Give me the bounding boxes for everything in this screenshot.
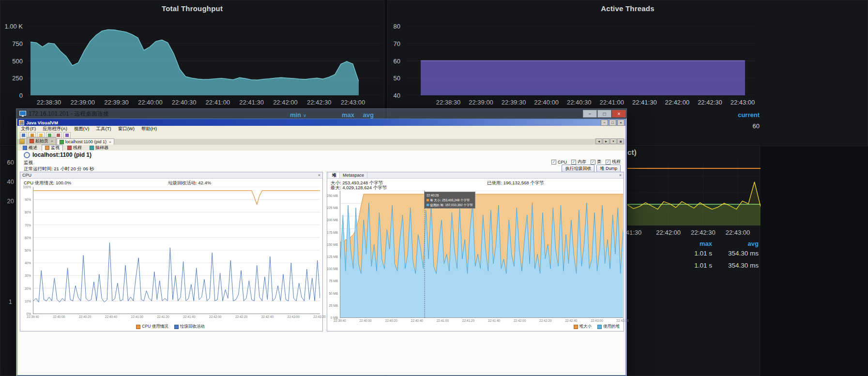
x-axis: 22:38:3022:39:0022:39:3022:40:0022:40:30…	[448, 99, 743, 106]
menu-item[interactable]: 帮助(H)	[138, 126, 160, 132]
visualvm-titlebar[interactable]: Java VisualVM − □ ×	[17, 119, 625, 126]
menu-item[interactable]: 视图(V)	[71, 126, 93, 132]
cpu-line-chart[interactable]	[33, 187, 320, 314]
menu-item[interactable]: 文件(F)	[17, 126, 39, 132]
y-tick-label: 80%	[25, 211, 31, 214]
y-tick: 20	[3, 197, 14, 205]
x-tick-label: 22:43:00	[731, 99, 755, 106]
latency-line-chart[interactable]	[627, 160, 761, 226]
tooltip-used-row: 使用的 堆: 157,010,392 个字节	[426, 203, 473, 208]
subtab-icon	[67, 146, 72, 150]
x-axis: 22:38:3022:39:0022:39:3022:40:0022:40:30…	[49, 99, 353, 106]
x-tick-label: 22:41:00	[437, 319, 449, 322]
rdp-titlebar[interactable]: 172.16.101.201 - 远程桌面连接 − □ ×	[16, 109, 626, 119]
y-tick: 40	[3, 178, 14, 185]
scroll-left-icon[interactable]: ◀	[595, 138, 602, 144]
x-axis: 22:39:4022:40:0022:40:2022:40:4022:41:00…	[340, 319, 623, 324]
close-icon[interactable]: ×	[318, 173, 320, 178]
x-tick-label: 22:40:20	[79, 315, 91, 318]
close-button[interactable]: ×	[617, 120, 624, 126]
scroll-right-icon[interactable]: ▶	[603, 138, 609, 144]
tab-close-icon[interactable]: ×	[51, 139, 53, 143]
legend-avg-header[interactable]: avg	[722, 240, 759, 247]
open-file-icon	[39, 134, 43, 137]
heap-panel-tab[interactable]: 堆	[329, 172, 340, 178]
maximize-button[interactable]: □	[609, 120, 616, 126]
threads-area-chart[interactable]	[421, 26, 745, 95]
heap-chart-panel: 堆Metaspace × 大小: 253,493,248 个字节 最大: 4,0…	[327, 172, 624, 331]
x-tick-label: 41:30	[626, 229, 642, 236]
y-tick-label: 225 MB	[327, 206, 338, 210]
subtab[interactable]: 监视	[42, 145, 63, 151]
monitor-page: localhost:1100 (pid 1) 监视 ✓CPU✓内存✓类✓线程 正…	[17, 150, 625, 375]
subtab-icon	[90, 146, 94, 150]
applications-window-icon[interactable]	[20, 132, 27, 139]
tab-icon	[60, 140, 64, 144]
legend-current-header[interactable]: current	[722, 111, 760, 119]
application-name: localhost:1100 (pid 1)	[32, 151, 91, 158]
rdp-icon	[19, 111, 26, 117]
visualvm-window-title: Java VisualVM	[26, 120, 600, 125]
menu-item[interactable]: 工具(T)	[92, 126, 114, 132]
panel-title-fragment[interactable]: ct)	[627, 148, 642, 156]
y-tick-label: 90%	[25, 198, 31, 201]
x-tick-label: 22:42:00	[273, 99, 298, 106]
legend-value: 1.01 s	[676, 262, 712, 269]
tab-nav-buttons: ◀▶▼▣	[595, 138, 624, 144]
y-tick-label: 200 MB	[327, 218, 338, 222]
cpu-panel-header[interactable]: CPU ×	[20, 172, 322, 179]
visualvm-window: Java VisualVM − □ × 文件(F)应用程序(A)视图(V)工具(…	[17, 119, 626, 376]
maximize-button[interactable]: □	[597, 110, 611, 118]
heap-panel-tab[interactable]: Metaspace	[340, 172, 367, 178]
x-tick-label: 22:42:30	[691, 229, 716, 236]
tab-dropdown-icon[interactable]: ▼	[610, 138, 617, 144]
menu-item[interactable]: 窗口(W)	[115, 126, 138, 132]
export-icon	[48, 134, 51, 137]
x-tick-label: 22:41:40	[183, 315, 195, 318]
tab-close-icon[interactable]: ×	[109, 140, 111, 144]
subtab[interactable]: 抽样器	[86, 145, 112, 151]
legend-max-header[interactable]: max	[676, 240, 712, 247]
minimize-button[interactable]: −	[601, 120, 608, 126]
close-button[interactable]: ×	[612, 110, 626, 118]
y-axis: 100%90%80%70%60%50%40%30%20%10%0%	[20, 187, 32, 314]
gc-icon	[65, 134, 69, 137]
x-tick-label: 22:39:30	[104, 99, 129, 106]
rdp-window[interactable]: 172.16.101.201 - 远程桌面连接 − □ × Java Visua…	[16, 108, 627, 376]
application-heading: localhost:1100 (pid 1)	[24, 151, 91, 158]
x-tick-label: 22:43:20	[616, 319, 628, 322]
y-tick-label: 50 MB	[329, 291, 338, 295]
heap-panel-header: 堆Metaspace ×	[327, 172, 624, 179]
x-tick-label: 22:39:30	[502, 99, 526, 106]
legend-item: 堆大小	[574, 324, 592, 330]
y-tick-label: 150 MB	[327, 242, 338, 246]
menu-item[interactable]: 应用程序(A)	[39, 126, 71, 132]
heap-tabs: 堆Metaspace	[329, 172, 367, 178]
document-tab[interactable]: 起始页×	[27, 137, 56, 145]
metric-checkbox[interactable]: ✓CPU	[551, 160, 567, 165]
y-tick-label: 100 MB	[327, 267, 338, 271]
y-tick-label: 0	[19, 92, 23, 99]
panel-title[interactable]: Active Threads	[388, 4, 868, 13]
legend-item: CPU 使用情况	[136, 324, 168, 330]
document-tab[interactable]: localhost:1100 (pid 1)×	[57, 138, 114, 145]
panel-title[interactable]: Total Throughput	[0, 4, 384, 13]
rdp-content: Java VisualVM − □ × 文件(F)应用程序(A)视图(V)工具(…	[16, 119, 626, 376]
subtab-icon	[45, 146, 49, 150]
heap-tooltip: 22:40:26 堆 大小: 253,493,248 个字节 使用的 堆: 15…	[424, 192, 475, 209]
y-tick-label: 125 MB	[327, 255, 338, 258]
heap-area-chart[interactable]	[340, 191, 623, 318]
maximize-view-icon[interactable]: ▣	[617, 138, 624, 144]
y-tick-label: 250	[12, 75, 23, 82]
x-tick-label: 22:38:30	[37, 99, 61, 106]
close-icon[interactable]: ×	[619, 173, 622, 178]
minimize-button[interactable]: −	[583, 110, 597, 118]
throughput-area-chart[interactable]	[30, 26, 359, 95]
heap-legend: 堆大小使用的堆	[574, 324, 620, 330]
x-tick-label: 22:42:30	[307, 99, 332, 106]
y-tick-label: 10%	[25, 299, 31, 302]
subtab[interactable]: 线程	[64, 145, 85, 151]
subtab[interactable]: 概述	[19, 145, 41, 151]
tooltip-time: 22:40:26	[426, 193, 473, 198]
checkbox-icon: ✓	[606, 160, 610, 165]
